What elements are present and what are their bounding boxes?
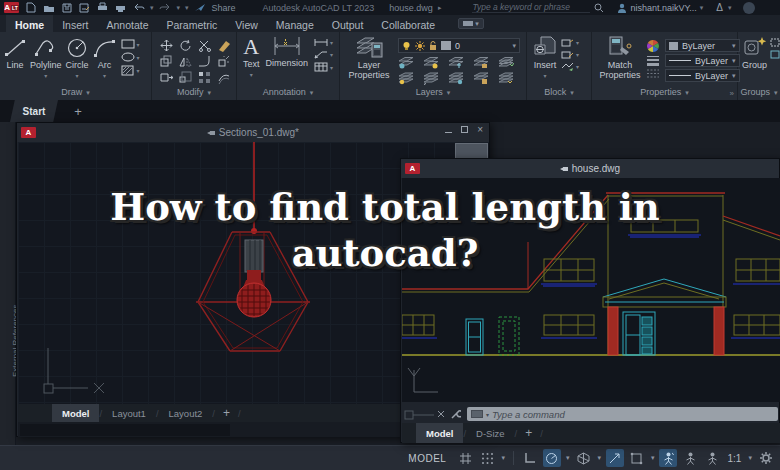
object-snap-tracking-icon[interactable]: [606, 449, 624, 467]
mirror-tool-icon[interactable]: [179, 55, 192, 68]
polyline-tool[interactable]: Polyline: [30, 37, 62, 81]
house-tab-dsize[interactable]: D-Size: [466, 423, 515, 443]
new-drawing-tab-button[interactable]: +: [70, 103, 86, 119]
close-icon[interactable]: ×: [477, 126, 483, 133]
linetype-select[interactable]: ByLayer: [665, 69, 740, 82]
isodraft-dropdown-icon[interactable]: ▾: [597, 454, 601, 462]
share-label[interactable]: Share: [212, 3, 236, 13]
autoscale-icon[interactable]: [681, 449, 699, 467]
model-space-toggle[interactable]: MODEL: [408, 453, 446, 464]
panel-label-layers[interactable]: Layers: [340, 87, 526, 99]
circle-tool[interactable]: Circle: [66, 37, 89, 81]
redo-icon[interactable]: [159, 2, 172, 13]
panel-label-properties[interactable]: Properties: [592, 87, 737, 99]
file-tab-start[interactable]: Start: [10, 100, 58, 122]
ribbon-tab-annotate[interactable]: Annotate: [97, 15, 157, 32]
panel-label-annotation[interactable]: Annotation: [237, 87, 339, 99]
house-tab-model[interactable]: Model: [416, 423, 463, 443]
copy-tool-icon[interactable]: [160, 55, 173, 68]
customization-gear-icon[interactable]: [757, 449, 775, 467]
scale-dropdown-icon[interactable]: ▾: [748, 454, 752, 462]
array-tool-icon[interactable]: [198, 71, 211, 84]
sections-title-bar[interactable]: A Sections_01.dwg* ×: [17, 123, 489, 142]
sections-tab-layout2[interactable]: Layout2: [159, 404, 213, 422]
save-as-icon[interactable]: [78, 2, 91, 13]
grid-display-icon[interactable]: [456, 449, 474, 467]
autodesk-mark-icon[interactable]: Δ: [716, 2, 723, 13]
fillet-tool-icon[interactable]: [198, 55, 211, 68]
layer-merge-icon[interactable]: [498, 72, 514, 85]
create-block-icon[interactable]: [561, 38, 579, 47]
ribbon-tab-view[interactable]: View: [226, 15, 267, 32]
move-tool-icon[interactable]: [160, 39, 173, 52]
layer-isolate-icon[interactable]: [423, 56, 439, 69]
layer-freeze-icon[interactable]: [448, 56, 464, 69]
help-icon[interactable]: [743, 2, 755, 14]
line-tool[interactable]: Line: [4, 37, 26, 71]
erase-tool-icon[interactable]: [217, 39, 231, 52]
house-title-bar[interactable]: A house.dwg: [401, 159, 779, 178]
autodesk-dropdown-icon[interactable]: ▾: [728, 4, 732, 12]
linetype-icon[interactable]: [646, 68, 660, 79]
ungroup-icon[interactable]: [770, 38, 780, 47]
rotate-tool-icon[interactable]: [179, 39, 192, 52]
undo-dropdown-icon[interactable]: ▾: [150, 4, 154, 12]
leader-tool-icon[interactable]: [314, 50, 333, 59]
sections-tab-layout1[interactable]: Layout1: [102, 404, 156, 422]
snap-mode-icon[interactable]: [478, 449, 496, 467]
layer-select[interactable]: 0: [398, 38, 520, 53]
command-line[interactable]: ▾: [467, 407, 778, 421]
annotation-scale-person-icon[interactable]: [703, 449, 721, 467]
layer-make-current-icon[interactable]: [498, 56, 514, 69]
table-tool-icon[interactable]: [314, 62, 333, 72]
color-wheel-icon[interactable]: [646, 39, 660, 53]
house-new-layout-button[interactable]: +: [517, 426, 540, 440]
panel-label-modify[interactable]: Modify: [152, 87, 236, 99]
stretch-tool-icon[interactable]: [160, 71, 173, 84]
group-edit-icon[interactable]: [770, 50, 780, 59]
panel-label-groups[interactable]: Groups: [738, 87, 780, 99]
annotation-scale-value[interactable]: 1:1: [725, 449, 743, 467]
layer-lock-icon[interactable]: [473, 56, 489, 69]
panel-label-block[interactable]: Block: [527, 87, 591, 99]
ribbon-display-toggle[interactable]: ▾: [458, 18, 484, 29]
polar-tracking-icon[interactable]: [543, 449, 561, 467]
ribbon-tab-manage[interactable]: Manage: [267, 15, 323, 32]
object-color-select[interactable]: ByLayer: [665, 39, 740, 52]
trim-tool-icon[interactable]: [198, 39, 211, 52]
qat-customize-icon[interactable]: ▾: [185, 4, 189, 12]
ellipse-tool-icon[interactable]: [121, 52, 140, 62]
sections-new-layout-button[interactable]: +: [215, 406, 238, 420]
share-icon[interactable]: [194, 2, 207, 13]
lineweight-icon[interactable]: [646, 55, 660, 66]
polar-dropdown-icon[interactable]: ▾: [566, 454, 570, 462]
ribbon-tab-parametric[interactable]: Parametric: [158, 15, 227, 32]
scale-tool-icon[interactable]: [179, 71, 192, 84]
arc-tool[interactable]: Arc: [93, 37, 117, 81]
print-icon[interactable]: [114, 2, 127, 13]
snap-dropdown-icon[interactable]: ▾: [501, 454, 505, 462]
new-file-icon[interactable]: [24, 2, 37, 13]
ortho-mode-icon[interactable]: [521, 449, 539, 467]
layer-match-icon[interactable]: [398, 72, 414, 85]
open-folder-icon[interactable]: [42, 2, 55, 13]
command-dropdown-icon[interactable]: ▾: [486, 411, 489, 418]
layer-unisolate-icon[interactable]: [448, 72, 464, 85]
ribbon-tab-output[interactable]: Output: [323, 15, 373, 32]
plot-icon[interactable]: [96, 2, 109, 13]
layer-prev-icon[interactable]: [423, 72, 439, 85]
ribbon-tab-collaborate[interactable]: Collaborate: [372, 15, 444, 32]
sections-tab-model[interactable]: Model: [52, 404, 99, 422]
search-icon[interactable]: [594, 3, 604, 13]
object-snap-icon[interactable]: [628, 449, 646, 467]
command-window-icon[interactable]: [471, 410, 483, 418]
block-attributes-icon[interactable]: [561, 62, 579, 71]
user-account[interactable]: nishant.naikVY... ▾: [617, 3, 703, 13]
maximize-icon[interactable]: [461, 126, 468, 133]
undo-icon[interactable]: [132, 2, 145, 13]
minimize-icon[interactable]: [445, 126, 452, 133]
lineweight-select[interactable]: ByLayer: [665, 54, 740, 67]
redo-dropdown-icon[interactable]: ▾: [177, 4, 181, 12]
explode-tool-icon[interactable]: [217, 55, 230, 68]
osnap-dropdown-icon[interactable]: ▾: [651, 454, 655, 462]
